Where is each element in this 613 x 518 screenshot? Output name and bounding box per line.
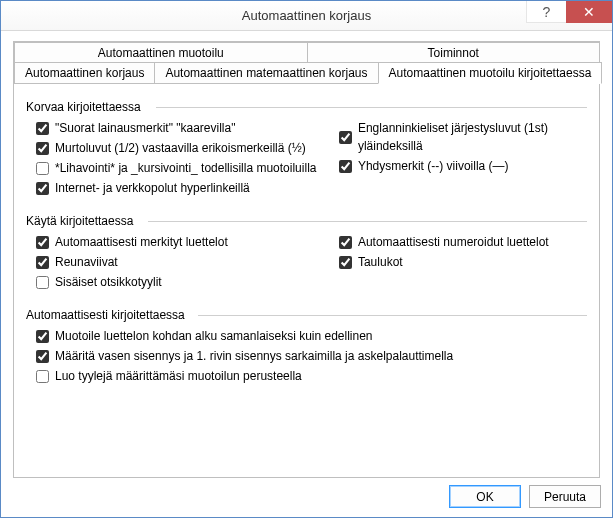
chk-tables[interactable] [339, 256, 352, 269]
lbl-numbered-lists: Automaattisesti numeroidut luettelot [358, 233, 549, 251]
opt-tables[interactable]: Taulukot [329, 252, 587, 272]
lbl-ordinals: Englanninkieliset järjestysluvut (1st) y… [358, 119, 587, 155]
close-icon[interactable]: ✕ [566, 1, 612, 23]
opt-dashes[interactable]: Yhdysmerkit (--) viivoilla (—) [329, 156, 587, 176]
opt-bold-italic[interactable]: *Lihavointi* ja _kursivointi_ todellisil… [26, 158, 329, 178]
chk-bulleted-lists[interactable] [36, 236, 49, 249]
dialog-buttons: OK Peruuta [449, 485, 601, 508]
group-replace: "Suorat lainausmerkit" "kaarevilla" Murt… [26, 118, 587, 198]
opt-ordinals[interactable]: Englanninkieliset järjestysluvut (1st) y… [329, 118, 587, 156]
lbl-set-indent-tabs: Määritä vasen sisennys ja 1. rivin sisen… [55, 347, 453, 365]
group-auto-title: Automaattisesti kirjoitettaessa [26, 308, 587, 322]
window-controls: ? ✕ [526, 1, 612, 30]
ok-button[interactable]: OK [449, 485, 521, 508]
chk-format-list-like-prev[interactable] [36, 330, 49, 343]
lbl-fractions: Murtoluvut (1/2) vastaavilla erikoismerk… [55, 139, 306, 157]
opt-bulleted-lists[interactable]: Automaattisesti merkityt luettelot [26, 232, 329, 252]
group-replace-title: Korvaa kirjoitettaessa [26, 100, 587, 114]
chk-ordinals[interactable] [339, 131, 352, 144]
tab-autoformat-typing[interactable]: Automaattinen muotoilu kirjoitettaessa [378, 62, 603, 84]
opt-format-list-like-prev[interactable]: Muotoile luettelon kohdan alku samanlais… [26, 326, 587, 346]
lbl-dashes: Yhdysmerkit (--) viivoilla (—) [358, 157, 509, 175]
help-icon[interactable]: ? [526, 1, 566, 23]
lbl-smart-quotes: "Suorat lainausmerkit" "kaarevilla" [55, 119, 235, 137]
opt-smart-quotes[interactable]: "Suorat lainausmerkit" "kaarevilla" [26, 118, 329, 138]
lbl-hyperlinks: Internet- ja verkkopolut hyperlinkeillä [55, 179, 250, 197]
lbl-tables: Taulukot [358, 253, 403, 271]
chk-heading-styles[interactable] [36, 276, 49, 289]
tab-actions[interactable]: Toiminnot [307, 42, 601, 63]
group-apply-title: Käytä kirjoitettaessa [26, 214, 587, 228]
tab-container: Automaattinen muotoilu Toiminnot Automaa… [13, 41, 600, 478]
opt-heading-styles[interactable]: Sisäiset otsikkotyylit [26, 272, 329, 292]
window-title: Automaattinen korjaus [1, 8, 612, 23]
lbl-border-lines: Reunaviivat [55, 253, 118, 271]
tab-auto-format[interactable]: Automaattinen muotoilu [14, 42, 308, 63]
tab-autocorrect[interactable]: Automaattinen korjaus [14, 62, 155, 84]
chk-hyperlinks[interactable] [36, 182, 49, 195]
opt-define-styles[interactable]: Luo tyylejä määrittämäsi muotoilun perus… [26, 366, 587, 386]
lbl-format-list-like-prev: Muotoile luettelon kohdan alku samanlais… [55, 327, 373, 345]
chk-bold-italic[interactable] [36, 162, 49, 175]
opt-set-indent-tabs[interactable]: Määritä vasen sisennys ja 1. rivin sisen… [26, 346, 587, 366]
lbl-bold-italic: *Lihavointi* ja _kursivointi_ todellisil… [55, 159, 316, 177]
group-auto: Muotoile luettelon kohdan alku samanlais… [26, 326, 587, 386]
opt-border-lines[interactable]: Reunaviivat [26, 252, 329, 272]
tab-row-bottom: Automaattinen korjaus Automaattinen mate… [14, 62, 599, 84]
tab-panel: Korvaa kirjoitettaessa "Suorat lainausme… [14, 83, 599, 477]
lbl-bulleted-lists: Automaattisesti merkityt luettelot [55, 233, 228, 251]
chk-fractions[interactable] [36, 142, 49, 155]
dialog-content: Automaattinen muotoilu Toiminnot Automaa… [1, 31, 612, 488]
chk-numbered-lists[interactable] [339, 236, 352, 249]
opt-fractions[interactable]: Murtoluvut (1/2) vastaavilla erikoismerk… [26, 138, 329, 158]
opt-hyperlinks[interactable]: Internet- ja verkkopolut hyperlinkeillä [26, 178, 329, 198]
opt-numbered-lists[interactable]: Automaattisesti numeroidut luettelot [329, 232, 587, 252]
cancel-button[interactable]: Peruuta [529, 485, 601, 508]
chk-border-lines[interactable] [36, 256, 49, 269]
chk-set-indent-tabs[interactable] [36, 350, 49, 363]
tab-row-top: Automaattinen muotoilu Toiminnot [14, 42, 599, 63]
tab-math-autocorrect[interactable]: Automaattinen matemaattinen korjaus [154, 62, 378, 84]
group-apply: Automaattisesti merkityt luettelot Reuna… [26, 232, 587, 292]
lbl-define-styles: Luo tyylejä määrittämäsi muotoilun perus… [55, 367, 302, 385]
chk-smart-quotes[interactable] [36, 122, 49, 135]
titlebar: Automaattinen korjaus ? ✕ [1, 1, 612, 31]
chk-define-styles[interactable] [36, 370, 49, 383]
chk-dashes[interactable] [339, 160, 352, 173]
lbl-heading-styles: Sisäiset otsikkotyylit [55, 273, 162, 291]
